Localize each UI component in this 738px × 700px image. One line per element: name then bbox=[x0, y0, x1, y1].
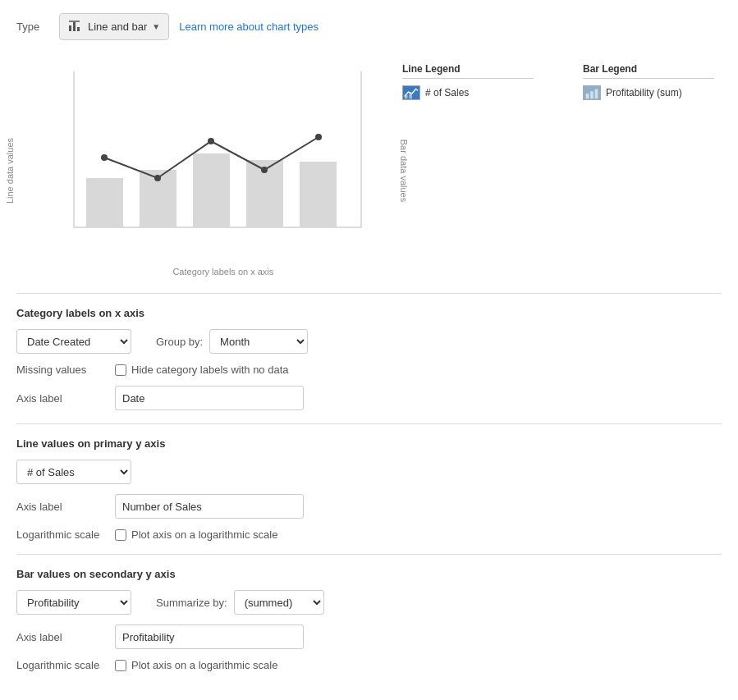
line-log-scale-label: Logarithmic scale bbox=[16, 528, 107, 541]
line-legend-item: # of Sales bbox=[402, 85, 534, 100]
bar-log-scale-row: Logarithmic scale Plot axis on a logarit… bbox=[16, 659, 722, 671]
category-field-row: Date Created Group by: Month Week Day Ye… bbox=[16, 329, 722, 354]
bar-legend-item: Profitability (sum) bbox=[583, 85, 714, 100]
svg-rect-1 bbox=[73, 22, 76, 31]
hide-checkbox-row: Hide category labels with no data bbox=[115, 364, 289, 376]
bar-axis-label-row: Axis label bbox=[16, 625, 722, 649]
y-axis-right-label: Bar data values bbox=[399, 140, 409, 202]
chart-area: Line data values Bar data values Categor… bbox=[16, 55, 722, 277]
svg-point-14 bbox=[208, 138, 214, 144]
line-field-row: # of Sales Profitability bbox=[16, 460, 722, 484]
chart-type-dropdown-arrow: ▼ bbox=[152, 22, 160, 31]
svg-rect-23 bbox=[595, 89, 598, 98]
bar-log-checkbox-row: Plot axis on a logarithmic scale bbox=[115, 659, 277, 671]
line-field-select[interactable]: # of Sales Profitability bbox=[16, 460, 131, 484]
group-by-row: Group by: Month Week Day Year bbox=[156, 329, 308, 354]
line-log-checkbox-row: Plot axis on a logarithmic scale bbox=[115, 528, 277, 541]
svg-rect-7 bbox=[86, 178, 123, 227]
summarize-label: Summarize by: bbox=[156, 597, 227, 609]
svg-rect-19 bbox=[409, 94, 412, 98]
date-created-select[interactable]: Date Created bbox=[16, 329, 131, 354]
svg-rect-22 bbox=[590, 91, 594, 98]
chart-type-icon bbox=[68, 19, 83, 34]
learn-more-link[interactable]: Learn more about chart types bbox=[179, 21, 319, 33]
line-legend-icon bbox=[402, 85, 420, 100]
line-section: Line values on primary y axis # of Sales… bbox=[16, 437, 722, 541]
bar-field-row: Profitability # of Sales Summarize by: (… bbox=[16, 590, 722, 615]
x-axis-label: Category labels on x axis bbox=[172, 267, 273, 277]
y-axis-left-label: Line data values bbox=[5, 138, 15, 204]
type-row: Type Line and bar ▼ Learn more about cha… bbox=[16, 13, 722, 40]
missing-values-row: Missing values Hide category labels with… bbox=[16, 364, 722, 376]
summarize-select[interactable]: (summed) (averaged) (counted) bbox=[234, 590, 324, 615]
svg-rect-18 bbox=[405, 95, 408, 99]
bar-axis-label-input[interactable] bbox=[115, 625, 304, 649]
bar-log-checkbox-label: Plot axis on a logarithmic scale bbox=[131, 659, 277, 671]
divider-2 bbox=[16, 423, 722, 424]
svg-rect-2 bbox=[77, 27, 80, 31]
svg-rect-11 bbox=[300, 162, 337, 227]
bar-log-scale-label: Logarithmic scale bbox=[16, 659, 107, 671]
category-axis-label-label: Axis label bbox=[16, 392, 107, 405]
bar-section-title: Bar values on secondary y axis bbox=[16, 568, 722, 580]
svg-point-16 bbox=[315, 134, 322, 140]
svg-rect-9 bbox=[193, 153, 230, 227]
line-log-checkbox-label: Plot axis on a logarithmic scale bbox=[131, 528, 277, 541]
hide-labels-label: Hide category labels with no data bbox=[131, 364, 289, 376]
category-section: Category labels on x axis Date Created G… bbox=[16, 307, 722, 410]
missing-values-label: Missing values bbox=[16, 364, 107, 376]
line-axis-label-row: Axis label bbox=[16, 494, 722, 519]
group-by-select[interactable]: Month Week Day Year bbox=[209, 329, 308, 354]
category-axis-label-input[interactable] bbox=[115, 386, 304, 410]
bar-legend-title: Bar Legend bbox=[583, 63, 714, 79]
type-label: Type bbox=[16, 21, 49, 33]
line-log-scale-row: Logarithmic scale Plot axis on a logarit… bbox=[16, 528, 722, 541]
hide-labels-checkbox[interactable] bbox=[115, 364, 126, 376]
line-axis-label-label: Axis label bbox=[16, 501, 107, 513]
bar-log-checkbox[interactable] bbox=[115, 660, 126, 671]
line-axis-label-input[interactable] bbox=[115, 494, 304, 519]
divider-3 bbox=[16, 554, 722, 555]
svg-point-13 bbox=[154, 175, 161, 181]
line-section-title: Line values on primary y axis bbox=[16, 437, 722, 450]
divider-1 bbox=[16, 293, 722, 294]
bar-axis-label-label: Axis label bbox=[16, 631, 107, 643]
group-by-label: Group by: bbox=[156, 336, 203, 348]
svg-point-15 bbox=[261, 167, 268, 173]
summarize-row: Summarize by: (summed) (averaged) (count… bbox=[156, 590, 324, 615]
chart-type-label: Line and bar bbox=[88, 21, 147, 33]
line-legend-title: Line Legend bbox=[402, 63, 534, 79]
bar-legend-icon bbox=[583, 85, 601, 100]
line-legend-group: Line Legend # of Sales bbox=[402, 63, 534, 100]
line-legend-label: # of Sales bbox=[425, 87, 469, 98]
chart-type-button[interactable]: Line and bar ▼ bbox=[59, 13, 169, 40]
bar-legend-group: Bar Legend Profitability (sum) bbox=[583, 63, 714, 100]
bar-field-select[interactable]: Profitability # of Sales bbox=[16, 590, 131, 615]
line-log-checkbox[interactable] bbox=[115, 529, 126, 541]
chart-svg-container: Line data values Bar data values Categor… bbox=[16, 55, 369, 277]
category-section-title: Category labels on x axis bbox=[16, 307, 722, 319]
category-axis-label-row: Axis label bbox=[16, 386, 722, 410]
svg-rect-21 bbox=[586, 94, 589, 98]
bar-legend-label: Profitability (sum) bbox=[606, 87, 682, 98]
legends-container: Line Legend # of Sales Bar Legend bbox=[402, 55, 714, 100]
bar-section: Bar values on secondary y axis Profitabi… bbox=[16, 568, 722, 671]
svg-rect-0 bbox=[69, 25, 71, 31]
svg-point-12 bbox=[101, 154, 108, 161]
